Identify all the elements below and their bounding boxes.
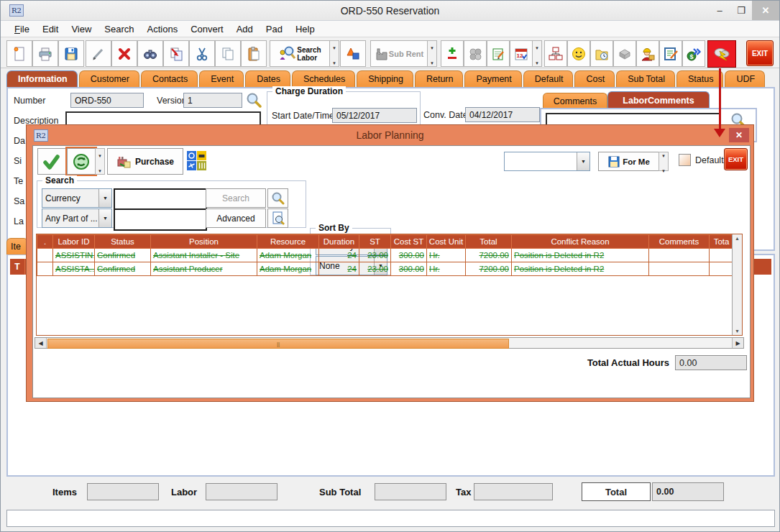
conv-date-field[interactable]: 04/12/2017 <box>465 107 540 122</box>
cell-total-2[interactable] <box>710 249 734 262</box>
cell-conflict-reason[interactable]: Position is Deleted in R2 <box>512 249 649 262</box>
cut-button[interactable] <box>189 40 215 67</box>
total-field[interactable]: 0.00 <box>652 482 724 501</box>
tab-default[interactable]: Default <box>523 70 574 87</box>
search-labor-dropdown[interactable] <box>329 40 339 67</box>
scroll-right-icon[interactable]: ▶ <box>732 338 743 348</box>
menu-help[interactable]: Help <box>289 22 321 36</box>
3d-shapes-button[interactable] <box>340 40 366 67</box>
tab-sub-total[interactable]: Sub Total <box>616 70 675 87</box>
tab-dates[interactable]: Dates <box>245 70 290 87</box>
maximize-button[interactable]: ❒ <box>730 1 752 20</box>
new-document-button[interactable] <box>6 40 32 67</box>
scroll-left-icon[interactable]: ◀ <box>35 338 47 348</box>
search-field-combobox[interactable]: Currency <box>42 188 112 208</box>
col-labor-id[interactable]: Labor ID <box>53 235 95 249</box>
purchase-button[interactable]: Purchase <box>107 148 183 175</box>
tab-labor-comments[interactable]: LaborComments <box>607 91 710 109</box>
sub-rent-button[interactable]: Sub Rent <box>370 40 428 67</box>
sub-rent-dropdown[interactable] <box>427 40 437 67</box>
edit-pencil-button[interactable] <box>86 40 111 67</box>
cell-cost-unit[interactable]: Hr. <box>427 262 466 276</box>
scrollbar-thumb[interactable]: || <box>47 339 509 349</box>
chevron-down-icon[interactable] <box>577 152 589 170</box>
menu-add[interactable]: Add <box>230 22 260 36</box>
print-button[interactable] <box>32 40 58 67</box>
menu-file[interactable]: File <box>8 22 36 36</box>
advanced-search-button[interactable] <box>267 208 288 228</box>
calendar-button[interactable]: 12 <box>510 40 533 67</box>
col-conflict-reason[interactable]: Conflict Reason <box>512 235 649 249</box>
total-actual-hours-field[interactable]: 0.00 <box>675 355 747 370</box>
tab-return[interactable]: Return <box>415 70 464 87</box>
copy-button[interactable] <box>215 40 241 67</box>
cell-total[interactable]: 7200.00 <box>466 262 512 276</box>
cell[interactable] <box>37 249 53 262</box>
cell-duration[interactable]: 24 <box>319 249 359 262</box>
advanced-button[interactable]: Advanced <box>206 208 266 228</box>
gray-box-button[interactable] <box>613 40 636 67</box>
search-magnifier-button[interactable] <box>267 188 288 208</box>
worker-button[interactable] <box>636 40 659 67</box>
dialog-exit-button[interactable]: EXIT <box>724 148 748 170</box>
search-input-1[interactable] <box>114 188 207 211</box>
col-row-selector[interactable]: . <box>37 235 53 249</box>
col-cost-unit[interactable]: Cost Unit <box>427 235 466 249</box>
cell-labor-id[interactable]: ASSISTIN... <box>53 249 95 262</box>
confirm-button[interactable] <box>37 148 66 175</box>
cell-position[interactable]: Assistant Installer - Site <box>151 249 257 262</box>
for-me-button[interactable]: For Me <box>598 152 660 171</box>
cell-cost-st[interactable]: 300.00 <box>391 249 427 262</box>
cell-resource[interactable]: Adam Morgan <box>257 262 319 276</box>
sub-total-field[interactable] <box>375 483 446 500</box>
close-button[interactable]: ✕ <box>752 1 779 20</box>
cell-conflict-reason[interactable]: Position is Deleted in R2 <box>512 262 649 276</box>
cell-total[interactable]: 7200.00 <box>466 249 512 262</box>
tab-event[interactable]: Event <box>199 70 244 87</box>
exit-button[interactable]: EXIT <box>746 40 774 66</box>
cell-st[interactable]: 23.00 <box>359 262 391 276</box>
tab-customer[interactable]: Customer <box>79 70 139 87</box>
menu-actions[interactable]: Actions <box>141 22 185 36</box>
default-checkbox[interactable] <box>679 154 691 166</box>
table-row[interactable]: ASSISTIN... Confirmed Assistant Installe… <box>37 249 734 262</box>
chevron-down-icon[interactable] <box>98 189 111 207</box>
calendar-dropdown[interactable] <box>532 40 542 67</box>
version-field[interactable]: 1 <box>183 93 242 108</box>
menu-view[interactable]: View <box>65 22 98 36</box>
labor-planning-button[interactable] <box>707 40 736 68</box>
tab-shipping[interactable]: Shipping <box>357 70 413 87</box>
search-input-2[interactable] <box>114 208 207 231</box>
folder-history-button[interactable] <box>590 40 613 67</box>
start-date-field[interactable]: 05/12/2017 <box>332 108 417 123</box>
export-copy-button[interactable] <box>163 40 189 67</box>
col-status[interactable]: Status <box>95 235 151 249</box>
find-button[interactable] <box>137 40 163 67</box>
number-field[interactable]: ORD-550 <box>70 93 144 108</box>
refresh-button[interactable] <box>67 148 96 175</box>
save-button[interactable] <box>58 40 84 67</box>
search-button[interactable]: Search <box>206 188 266 208</box>
cell-comments[interactable] <box>649 262 710 276</box>
delete-button[interactable] <box>111 40 137 67</box>
cell[interactable] <box>37 262 53 276</box>
col-total[interactable]: Total <box>466 235 512 249</box>
notepad-edit-button[interactable] <box>487 40 510 67</box>
cell-st[interactable]: 23.00 <box>359 249 391 262</box>
cell-resource[interactable]: Adam Morgan <box>257 249 319 262</box>
add-remove-button[interactable] <box>441 40 464 67</box>
col-resource[interactable]: Resource <box>257 235 319 249</box>
menu-edit[interactable]: Edit <box>36 22 65 36</box>
items-total-field[interactable] <box>87 483 159 500</box>
transfer-dollar-button[interactable]: $ <box>682 40 705 67</box>
cell-cost-st[interactable]: 300.00 <box>391 262 427 276</box>
col-st[interactable]: ST <box>359 235 391 249</box>
cell-duration[interactable]: 24 <box>319 262 359 276</box>
paste-button[interactable] <box>241 40 267 67</box>
menu-search[interactable]: Search <box>98 22 140 36</box>
tab-cost[interactable]: Cost <box>574 70 615 87</box>
tab-udf[interactable]: UDF <box>725 70 765 87</box>
vertical-scrollbar[interactable]: ▲▼ <box>732 234 742 335</box>
smiley-button[interactable] <box>567 40 590 67</box>
search-match-combobox[interactable]: Any Part of ... <box>42 208 112 228</box>
